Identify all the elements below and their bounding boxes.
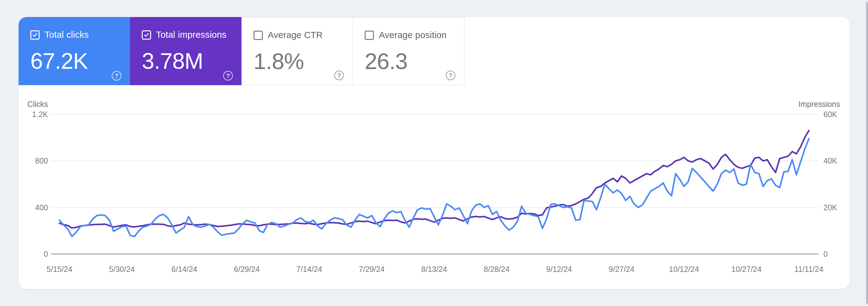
total-clicks-value: 67.2K — [30, 49, 130, 73]
left-axis-tick: 0 — [19, 249, 48, 259]
average-position-checkbox[interactable] — [365, 31, 374, 40]
help-icon[interactable]: ? — [334, 71, 344, 80]
metric-tiles-row: Total clicks 67.2K ? Total impressions 3… — [19, 17, 850, 85]
total-impressions-value: 3.78M — [142, 49, 242, 73]
x-axis-tick: 5/30/24 — [91, 264, 153, 274]
x-axis-tick: 9/27/24 — [591, 264, 653, 274]
right-axis-tick: 60K — [824, 109, 849, 120]
checkmark-icon — [32, 32, 38, 38]
x-axis-tick: 6/29/24 — [216, 264, 278, 274]
performance-card: Total clicks 67.2K ? Total impressions 3… — [19, 17, 850, 289]
help-icon[interactable]: ? — [112, 71, 121, 81]
impressions-line[interactable] — [59, 131, 809, 228]
scrollbar[interactable] — [866, 0, 868, 306]
tile-label: Average position — [379, 30, 447, 40]
x-axis-tick: 10/12/24 — [653, 264, 715, 274]
average-ctr-checkbox[interactable] — [253, 31, 263, 40]
x-axis-tick: 6/14/24 — [154, 264, 215, 274]
metric-tile-average-position[interactable]: Average position 26.3 ? — [353, 17, 464, 85]
x-axis-tick: 8/28/24 — [466, 264, 527, 274]
right-axis-tick: 20K — [824, 202, 849, 213]
x-axis-tick: 9/12/24 — [528, 264, 590, 274]
right-axis-tick: 0 — [824, 249, 849, 259]
performance-chart: Clicks Impressions 1.2K800400060K40K20K0… — [19, 97, 850, 289]
x-axis-tick: 11/11/24 — [778, 264, 840, 274]
chart-canvas[interactable] — [19, 97, 850, 289]
average-ctr-value: 1.8% — [253, 49, 352, 74]
checkmark-icon — [143, 32, 150, 38]
x-axis-tick: 8/13/24 — [403, 264, 465, 274]
x-axis-tick: 7/14/24 — [278, 264, 340, 274]
metric-tile-total-clicks[interactable]: Total clicks 67.2K ? — [19, 17, 130, 85]
average-position-value: 26.3 — [365, 49, 464, 74]
left-axis-tick: 800 — [19, 155, 48, 166]
x-axis-tick: 7/29/24 — [341, 264, 403, 274]
left-axis-tick: 400 — [19, 202, 48, 213]
x-axis-tick: 10/27/24 — [715, 264, 777, 274]
left-axis-tick: 1.2K — [19, 109, 48, 120]
tile-label: Average CTR — [268, 30, 322, 40]
help-icon[interactable]: ? — [446, 71, 455, 80]
total-impressions-checkbox[interactable] — [142, 30, 151, 40]
metric-tile-average-ctr[interactable]: Average CTR 1.8% ? — [242, 17, 353, 85]
total-clicks-checkbox[interactable] — [30, 30, 40, 40]
tile-label: Total clicks — [44, 30, 89, 40]
x-axis-tick: 5/15/24 — [29, 264, 90, 274]
tile-label: Total impressions — [156, 30, 226, 40]
metric-tile-total-impressions[interactable]: Total impressions 3.78M ? — [130, 17, 242, 85]
right-axis-tick: 40K — [824, 155, 849, 166]
app-background: Total clicks 67.2K ? Total impressions 3… — [0, 0, 868, 306]
help-icon[interactable]: ? — [223, 71, 233, 81]
